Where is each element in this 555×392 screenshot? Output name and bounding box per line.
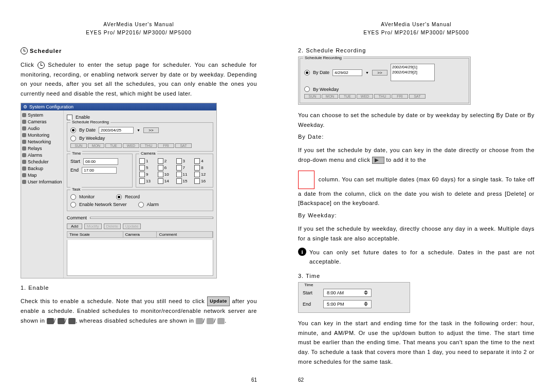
- by-date-radio[interactable]: [70, 127, 76, 133]
- header-line1: AVerMedia User's Manual: [21, 21, 257, 29]
- day-button[interactable]: SUN: [304, 94, 321, 99]
- day-button[interactable]: WED: [123, 143, 139, 148]
- enable-netserver-radio[interactable]: [70, 202, 76, 208]
- day-button[interactable]: TUE: [339, 94, 356, 99]
- cam-checkbox[interactable]: [176, 172, 182, 177]
- intro-paragraph: Click Scheduler to enter the setup page …: [21, 60, 257, 99]
- end-time-input[interactable]: 17:00: [82, 167, 117, 174]
- info-note: i You can only set future dates to for a…: [298, 248, 534, 267]
- task-group: Task Monitor Record Enable Network Serve…: [67, 190, 213, 211]
- monitor-disabled-icon: [196, 318, 203, 324]
- time-panel: Time Start 8:00 AM End 5:00 PM: [298, 282, 410, 313]
- by-weekday-radio[interactable]: [70, 136, 76, 141]
- cam-checkbox[interactable]: [194, 165, 200, 171]
- item-1-enable: 1. Enable: [21, 285, 257, 291]
- start-time-input[interactable]: 08:00: [83, 158, 118, 165]
- by-date-radio[interactable]: [304, 70, 310, 76]
- sidebar-item[interactable]: Map: [22, 173, 62, 178]
- system-config-window: ⚙ System Configuration System Cameras Au…: [21, 103, 217, 278]
- cam-checkbox[interactable]: [139, 158, 145, 164]
- clock-icon-inline: [38, 62, 45, 69]
- clock-icon: [21, 47, 28, 54]
- date-input[interactable]: 2003/04/25: [99, 127, 134, 134]
- start-time-input[interactable]: 8:00 AM: [323, 289, 372, 297]
- map-icon: [22, 173, 26, 177]
- sidebar-item[interactable]: Audio: [22, 126, 62, 131]
- date-input[interactable]: 4/29/02: [332, 69, 362, 76]
- cam-checkbox[interactable]: [158, 178, 163, 184]
- add-arrow-icon: [372, 157, 384, 164]
- schedule-icon: [22, 160, 26, 164]
- update-inline-button: Update: [207, 296, 230, 306]
- day-button[interactable]: FRI: [392, 94, 408, 99]
- day-button[interactable]: SUN: [70, 143, 87, 148]
- cam-checkbox[interactable]: [176, 165, 182, 171]
- scheduler-heading: Scheduler: [21, 47, 257, 54]
- cam-checkbox[interactable]: [176, 178, 182, 184]
- cam-checkbox[interactable]: [194, 158, 200, 164]
- cam-checkbox[interactable]: [139, 165, 145, 171]
- by-date-paragraph-2: column. You can set multiple dates (max …: [298, 171, 534, 208]
- monitor-radio[interactable]: [70, 194, 76, 200]
- window-titlebar: ⚙ System Configuration: [21, 103, 216, 110]
- by-date-subhead: By Date:: [298, 134, 534, 140]
- alarm-radio[interactable]: [138, 202, 144, 208]
- schedule-recording-group: Schedule Recording By Date 2003/04/25 ▼ …: [67, 122, 213, 152]
- add-date-button[interactable]: >>: [143, 127, 159, 133]
- relay-icon: [22, 146, 26, 151]
- day-button[interactable]: THU: [140, 143, 157, 148]
- update-button[interactable]: Update: [123, 223, 141, 229]
- monitor-icon: [22, 133, 26, 137]
- network-disabled-icon: [217, 318, 225, 324]
- cam-checkbox[interactable]: [158, 158, 163, 164]
- day-button[interactable]: MON: [88, 143, 104, 148]
- sched-choose-paragraph: You can choose to set the schedule by da…: [298, 110, 534, 129]
- sidebar-item[interactable]: Networking: [22, 139, 62, 144]
- add-button[interactable]: Add: [67, 223, 82, 229]
- date-list[interactable]: 2002/04/29[1] 2002/04/29[2]: [391, 64, 435, 81]
- cam-checkbox[interactable]: [158, 165, 163, 171]
- by-weekday-radio[interactable]: [304, 86, 310, 92]
- page-header: AVerMedia User's Manual EYES Pro/ MP2016…: [298, 21, 534, 37]
- comment-input[interactable]: [90, 217, 213, 219]
- delete-button[interactable]: Delete: [104, 223, 121, 229]
- cam-checkbox[interactable]: [194, 172, 200, 177]
- day-button[interactable]: SAT: [409, 94, 425, 99]
- backup-icon: [22, 166, 26, 171]
- audio-icon: [22, 126, 26, 130]
- sidebar-item[interactable]: Alarms: [22, 153, 62, 158]
- cam-checkbox[interactable]: [158, 172, 163, 177]
- day-button[interactable]: TUE: [105, 143, 122, 148]
- record-disabled-icon: [207, 318, 214, 324]
- day-button[interactable]: MON: [322, 94, 338, 99]
- user-icon: [22, 180, 26, 184]
- day-button[interactable]: WED: [357, 94, 373, 99]
- spinner-icon[interactable]: [364, 290, 368, 295]
- cam-checkbox[interactable]: [176, 158, 182, 164]
- add-date-button[interactable]: >>: [372, 70, 387, 76]
- sidebar-item[interactable]: Monitoring: [22, 133, 62, 138]
- by-weekday-paragraph: If you set the schedule by weekday, dire…: [298, 224, 534, 243]
- sidebar-item[interactable]: User Information: [22, 179, 62, 184]
- spinner-icon[interactable]: [364, 302, 368, 306]
- day-button[interactable]: THU: [374, 94, 391, 99]
- record-radio[interactable]: [116, 194, 122, 200]
- item-3-time: 3. Time: [298, 273, 534, 279]
- cam-checkbox[interactable]: [139, 178, 145, 184]
- sidebar-item[interactable]: Cameras: [22, 119, 62, 124]
- cam-checkbox[interactable]: [139, 172, 145, 177]
- end-time-input[interactable]: 5:00 PM: [323, 300, 372, 308]
- folder-icon: [22, 113, 26, 117]
- modify-button[interactable]: Modify: [84, 223, 102, 229]
- sidebar-item[interactable]: Scheduler: [22, 159, 62, 164]
- day-button[interactable]: FRI: [158, 143, 174, 148]
- day-button[interactable]: SAT: [175, 143, 192, 148]
- network-enabled-icon: [68, 318, 76, 324]
- cam-checkbox[interactable]: [194, 178, 200, 184]
- config-sidebar: System Cameras Audio Monitoring Networki…: [21, 110, 64, 278]
- sidebar-item[interactable]: System: [22, 113, 62, 118]
- sidebar-item[interactable]: Backup: [22, 166, 62, 171]
- camera-icon: [22, 120, 26, 124]
- sidebar-item[interactable]: Relays: [22, 146, 62, 151]
- record-enabled-icon: [58, 318, 65, 324]
